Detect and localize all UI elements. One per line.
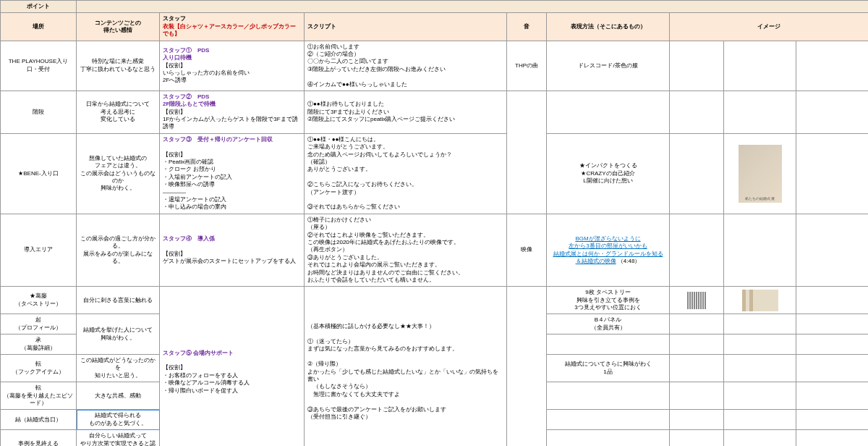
tapestry-icon <box>673 292 720 309</box>
tapestry-photo <box>742 290 778 311</box>
header-feeling: コンテンツごとの得たい感情 <box>77 13 160 41</box>
table-row: ★葛藤（タペストリー） 自分に刺さる言葉に触れる スタッフ⑤ 会場内サポート 【… <box>1 287 869 314</box>
header-place: 場所 <box>1 13 77 41</box>
plan-table: ポイント 場所 コンテンツごとの得たい感情 スタッフ 衣装【白シャツ＋アースカラ… <box>0 0 868 446</box>
header-sound: 音 <box>507 13 547 41</box>
header-script: スクリプト <box>305 13 507 41</box>
table-row: ★BENE-入り口 想像していた結婚式のフェアとは違う。この展示会はどういうもの… <box>1 133 869 214</box>
header-expression: 表現方法（そこにあるもの） <box>547 13 670 41</box>
table-row: 導入エリア この展示会の過ごし方が分かる。展示をみるのが楽しみになる。 スタッフ… <box>1 214 869 287</box>
header-point: ポイント <box>1 1 77 13</box>
header-image: イメージ <box>670 13 869 41</box>
header-staff: スタッフ 衣装【白シャツ＋アースカラー／少しポップカラーでも】 <box>160 13 305 41</box>
table-row: THE PLAYHOUSE入り口・受付 特別な場に来た感覚丁寧に扱われているなと… <box>1 41 869 91</box>
bgm-link[interactable]: BGMが混ざらないように左から3番目の部屋がいいかも <box>569 235 647 249</box>
table-row: 階段 日常から結婚式について考える思考に変化している スタッフ② PDS2F階段… <box>1 91 869 133</box>
video-link[interactable]: 結婚式展とは何か・グランドルールを知る＆結婚式の映像 <box>553 251 663 264</box>
exhibition-poster-image <box>739 145 782 203</box>
